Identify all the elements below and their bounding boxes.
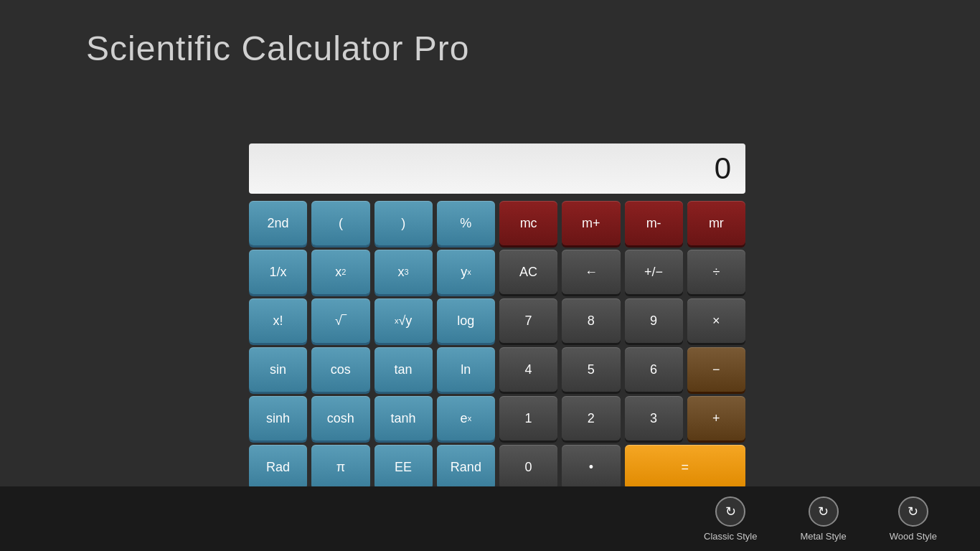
btn-9[interactable]: 9 — [625, 298, 683, 343]
btn-ex[interactable]: ex — [437, 396, 495, 441]
wood-style-icon: ↻ — [898, 496, 928, 527]
classic-style-option[interactable]: ↻ Classic Style — [704, 496, 757, 542]
btn-backspace[interactable]: ← — [562, 250, 620, 294]
btn-x2[interactable]: x2 — [311, 250, 369, 294]
app-title: Scientific Calculator Pro — [86, 29, 470, 68]
btn-log[interactable]: log — [437, 298, 495, 343]
btn-2nd[interactable]: 2nd — [249, 201, 307, 245]
btn-2[interactable]: 2 — [562, 396, 620, 441]
btn-6[interactable]: 6 — [625, 347, 683, 392]
button-grid: 2nd ( ) % mc m+ m- mr 1/x x2 x3 yx AC ← … — [249, 201, 745, 489]
btn-sin[interactable]: sin — [249, 347, 307, 392]
btn-xroot[interactable]: x√y — [374, 298, 433, 343]
btn-factorial[interactable]: x! — [249, 298, 307, 343]
display-value: 0 — [715, 151, 731, 186]
btn-sinh[interactable]: sinh — [249, 396, 307, 441]
btn-ee[interactable]: EE — [374, 445, 433, 489]
display: 0 — [249, 143, 745, 194]
btn-7[interactable]: 7 — [499, 298, 557, 343]
btn-mr[interactable]: mr — [687, 201, 745, 245]
btn-multiply[interactable]: × — [687, 298, 745, 343]
btn-close-paren[interactable]: ) — [374, 201, 433, 245]
btn-rad[interactable]: Rad — [249, 445, 307, 489]
btn-sqrt[interactable]: √‾ — [311, 298, 369, 343]
btn-cos[interactable]: cos — [311, 347, 369, 392]
btn-mc[interactable]: mc — [499, 201, 557, 245]
btn-cosh[interactable]: cosh — [311, 396, 369, 441]
btn-yx[interactable]: yx — [437, 250, 495, 294]
btn-percent[interactable]: % — [437, 201, 495, 245]
btn-tan[interactable]: tan — [374, 347, 433, 392]
btn-ln[interactable]: ln — [437, 347, 495, 392]
btn-pi[interactable]: π — [311, 445, 369, 489]
btn-sign[interactable]: +/− — [625, 250, 683, 294]
metal-style-label: Metal Style — [800, 531, 846, 542]
metal-style-icon: ↻ — [809, 496, 839, 527]
btn-decimal[interactable]: • — [562, 445, 620, 489]
btn-8[interactable]: 8 — [562, 298, 620, 343]
classic-style-icon: ↻ — [715, 496, 745, 527]
btn-open-paren[interactable]: ( — [311, 201, 369, 245]
btn-1[interactable]: 1 — [499, 396, 557, 441]
wood-style-option[interactable]: ↻ Wood Style — [890, 496, 937, 542]
bottom-bar: ↻ Classic Style ↻ Metal Style ↻ Wood Sty… — [0, 486, 980, 551]
btn-subtract[interactable]: − — [687, 347, 745, 392]
btn-rand[interactable]: Rand — [437, 445, 495, 489]
wood-style-label: Wood Style — [890, 531, 937, 542]
btn-mplus[interactable]: m+ — [562, 201, 620, 245]
btn-ac[interactable]: AC — [499, 250, 557, 294]
btn-0[interactable]: 0 — [499, 445, 557, 489]
btn-4[interactable]: 4 — [499, 347, 557, 392]
btn-divide[interactable]: ÷ — [687, 250, 745, 294]
btn-3[interactable]: 3 — [625, 396, 683, 441]
btn-tanh[interactable]: tanh — [374, 396, 433, 441]
btn-add[interactable]: + — [687, 396, 745, 441]
calculator: 0 2nd ( ) % mc m+ m- mr 1/x x2 x3 yx AC … — [249, 143, 745, 489]
btn-mminus[interactable]: m- — [625, 201, 683, 245]
classic-style-label: Classic Style — [704, 531, 757, 542]
btn-reciprocal[interactable]: 1/x — [249, 250, 307, 294]
btn-5[interactable]: 5 — [562, 347, 620, 392]
btn-equals[interactable]: = — [625, 445, 746, 489]
metal-style-option[interactable]: ↻ Metal Style — [800, 496, 846, 542]
btn-x3[interactable]: x3 — [374, 250, 433, 294]
